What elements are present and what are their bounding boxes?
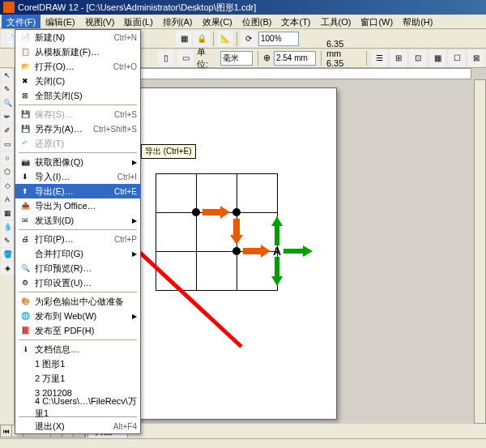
menu-item[interactable]: 合并打印(G)▶ xyxy=(15,246,140,261)
window-title: CorelDRAW 12 - [C:\Users\Administrator\D… xyxy=(18,0,256,15)
menu-item[interactable]: 📄新建(N)Ctrl+N xyxy=(15,30,140,45)
menu-item[interactable]: ✉发送到(D)▶ xyxy=(15,213,140,228)
menu-窗口(W)[interactable]: 窗口(W) xyxy=(356,15,398,28)
unit-combo[interactable] xyxy=(220,51,253,66)
titlebar: CorelDRAW 12 - [C:\Users\Administrator\D… xyxy=(0,0,486,15)
menu-item[interactable]: 1 图形1 xyxy=(15,356,140,371)
menu-item[interactable]: ✖关闭(C) xyxy=(15,74,140,88)
menu-item[interactable]: 💾另存为(A)…Ctrl+Shift+S xyxy=(15,122,140,136)
app-icon xyxy=(3,2,15,13)
menubar: 文件(F)编辑(E)视图(V)版面(L)排列(A)效果(C)位图(B)文本(T)… xyxy=(0,15,486,29)
scrollbar-vertical[interactable] xyxy=(474,79,486,424)
menu-版面(L)[interactable]: 版面(L) xyxy=(119,15,157,28)
menu-工具(O)[interactable]: 工具(O) xyxy=(316,15,356,28)
svg-marker-5 xyxy=(271,257,283,286)
pick-tool[interactable]: ↖ xyxy=(1,69,14,82)
zoom-tool[interactable]: 🔍 xyxy=(1,96,14,109)
menu-视图(V)[interactable]: 视图(V) xyxy=(80,15,120,28)
rectangle-tool[interactable]: ▭ xyxy=(1,138,14,151)
menu-item[interactable]: 📷获取图像(Q)▶ xyxy=(15,155,140,169)
green-arrow-up xyxy=(271,216,283,245)
orientation-portrait[interactable]: ▯ xyxy=(158,50,174,66)
green-arrow-right xyxy=(284,245,313,257)
btn[interactable]: 🔒 xyxy=(194,31,210,47)
menu-item[interactable]: 📤导出为 Office… xyxy=(15,198,140,213)
text-tool[interactable]: A xyxy=(1,193,14,206)
menu-item[interactable]: ⊠全部关闭(S) xyxy=(15,88,140,103)
green-arrow-down xyxy=(271,257,283,286)
nudge-icon: ⊕ xyxy=(263,53,271,63)
menu-item[interactable]: 4 C:\Users\…\FileRecv\万里1 xyxy=(15,400,140,415)
ellipse-tool[interactable]: ○ xyxy=(1,151,14,164)
menu-帮助(H)[interactable]: 帮助(H) xyxy=(398,15,437,28)
menu-文本(T)[interactable]: 文本(T) xyxy=(276,15,315,28)
blend-tool[interactable]: ▦ xyxy=(1,207,14,220)
first-page-button[interactable]: ⏮ xyxy=(1,425,12,437)
pb-btn[interactable]: ⊡ xyxy=(410,50,426,66)
btn[interactable]: ⟳ xyxy=(241,31,257,47)
fill-tool[interactable]: 🪣 xyxy=(1,248,14,261)
pb-btn[interactable]: ⊠ xyxy=(468,50,484,66)
dup-x: 6.35 mm xyxy=(326,39,361,58)
menu-item[interactable]: 退出(X)Alt+F4 xyxy=(15,419,140,433)
menu-item[interactable]: ↶还原(T) xyxy=(15,136,140,151)
pb-btn[interactable]: ⊞ xyxy=(390,50,407,66)
pb-btn[interactable]: ☰ xyxy=(372,50,388,66)
pb-btn[interactable]: ▦ xyxy=(429,50,446,66)
file-menu: 📄新建(N)Ctrl+N📋从模板新建(F)…📂打开(O)…Ctrl+O✖关闭(C… xyxy=(15,29,141,434)
menu-item[interactable]: ℹ文档信息… xyxy=(15,342,140,356)
menu-item[interactable]: ⬇导入(I)…Ctrl+I xyxy=(15,169,140,184)
nudge-value[interactable] xyxy=(274,51,316,66)
menu-item[interactable]: ⚙打印设置(U)… xyxy=(15,275,140,290)
menu-item[interactable]: 💾保存(S)…Ctrl+S xyxy=(15,107,140,122)
freehand-tool[interactable]: ✏ xyxy=(1,110,14,123)
status-bar xyxy=(0,438,486,448)
polygon-tool[interactable]: ⬠ xyxy=(1,165,14,178)
menu-item[interactable]: 📕发布至 PDF(H) xyxy=(15,323,140,338)
pb-btn[interactable]: ☐ xyxy=(449,50,465,66)
zoom-combo[interactable] xyxy=(258,32,299,46)
menu-编辑(E)[interactable]: 编辑(E) xyxy=(40,15,80,28)
menu-item[interactable]: 📋从模板新建(F)… xyxy=(15,45,140,59)
export-tooltip: 导出 (Ctrl+E) xyxy=(141,144,196,159)
smart-draw-tool[interactable]: ✐ xyxy=(1,124,14,137)
eyedropper-tool[interactable]: 💧 xyxy=(1,220,14,233)
menu-item[interactable]: 🌐发布到 Web(W)▶ xyxy=(15,309,140,323)
menu-位图(B)[interactable]: 位图(B) xyxy=(237,15,277,28)
unit-label: 单位: xyxy=(197,46,217,70)
outline-tool[interactable]: ✎ xyxy=(1,234,14,247)
menu-item[interactable]: 2 万里1 xyxy=(15,371,140,386)
menu-item[interactable]: ⬆导出(E)…Ctrl+E xyxy=(15,184,140,198)
menu-item[interactable]: 📂打开(O)…Ctrl+O xyxy=(15,59,140,74)
letter-a: A xyxy=(273,245,281,258)
svg-marker-3 xyxy=(271,216,283,245)
shape-tool[interactable]: ✎ xyxy=(1,83,14,96)
interactive-fill-tool[interactable]: ◈ xyxy=(1,262,14,275)
menu-item[interactable]: 🔍打印预览(R)… xyxy=(15,261,140,275)
menu-item[interactable]: 🖨打印(P)…Ctrl+P xyxy=(15,232,140,246)
orientation-landscape[interactable]: ▭ xyxy=(177,50,194,66)
btn[interactable]: 📐 xyxy=(217,31,233,47)
menu-排列(A)[interactable]: 排列(A) xyxy=(158,15,198,28)
toolbox: ↖ ✎ 🔍 ✏ ✐ ▭ ○ ⬠ ◇ A ▦ 💧 ✎ 🪣 ◈ xyxy=(0,68,15,424)
svg-marker-4 xyxy=(284,245,313,257)
menu-文件(F)[interactable]: 文件(F) xyxy=(2,15,40,28)
menu-item[interactable]: 🎨为彩色输出中心做准备 xyxy=(15,294,140,309)
btn[interactable]: ▦ xyxy=(176,31,192,47)
basic-shapes-tool[interactable]: ◇ xyxy=(1,179,14,192)
menu-效果(C)[interactable]: 效果(C) xyxy=(198,15,237,28)
